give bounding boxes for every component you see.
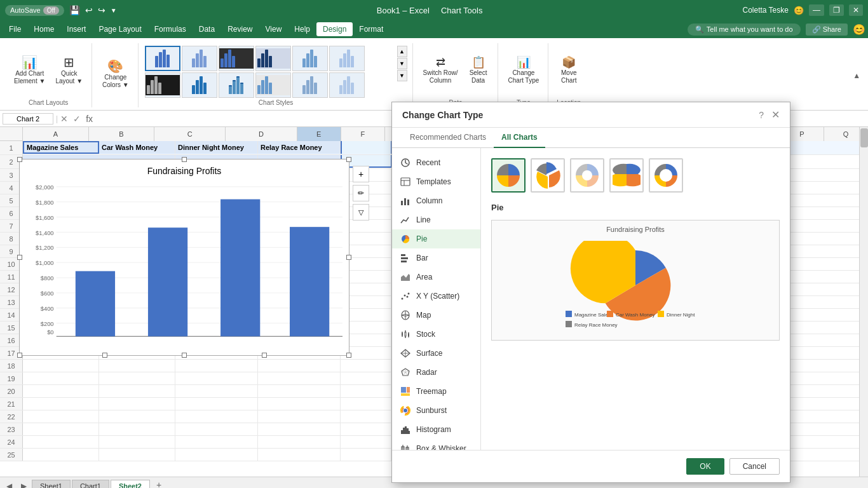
cell-b1[interactable]: Car Wash Money: [99, 141, 175, 154]
col-header-b[interactable]: B: [89, 127, 155, 141]
cell-b25[interactable]: [99, 449, 175, 461]
vertical-scrollbar[interactable]: [859, 127, 868, 477]
confirm-formula-icon[interactable]: ✓: [73, 114, 81, 124]
chart-type-line[interactable]: Line: [392, 210, 480, 229]
menu-design[interactable]: Design: [316, 22, 353, 36]
chart-type-histogram[interactable]: Histogram: [392, 420, 480, 439]
chart-type-treemap[interactable]: Treemap: [392, 382, 480, 401]
cancel-button[interactable]: Cancel: [729, 458, 780, 475]
chart-styles-scroll-more[interactable]: ▼: [397, 70, 407, 81]
chart-type-recent[interactable]: Recent: [392, 153, 480, 172]
chart-handle-bottom-right-mid[interactable]: [262, 353, 267, 358]
chart-type-pie[interactable]: Pie: [392, 229, 480, 248]
autosave-toggle[interactable]: AutoSave Off: [5, 5, 64, 16]
cell-e23[interactable]: [341, 423, 391, 436]
cell-d23[interactable]: [258, 423, 341, 436]
minimize-icon[interactable]: —: [809, 4, 824, 16]
cell-c20[interactable]: [175, 385, 258, 398]
chart-style-10[interactable]: [255, 72, 291, 98]
cell-c19[interactable]: [175, 372, 258, 385]
menu-formulas[interactable]: Formulas: [148, 22, 193, 36]
menu-review[interactable]: Review: [221, 22, 259, 36]
chart-style-12[interactable]: [329, 72, 365, 98]
chart-type-bar[interactable]: Bar: [392, 248, 480, 268]
chart-style-6[interactable]: [329, 46, 365, 71]
col-header-d[interactable]: D: [226, 127, 297, 141]
sheet-tab-sheet1[interactable]: Sheet1: [32, 480, 71, 488]
menu-page-layout[interactable]: Page Layout: [92, 22, 147, 36]
modal-close-icon[interactable]: ✕: [771, 109, 780, 121]
ribbon-collapse-icon[interactable]: ▲: [853, 71, 860, 80]
col-header-c[interactable]: C: [154, 127, 226, 141]
cell-d22[interactable]: [258, 410, 341, 423]
chart-add-element-btn[interactable]: +: [353, 166, 369, 182]
chart-styles-btn[interactable]: ✏: [353, 185, 369, 201]
menu-help[interactable]: Help: [288, 22, 316, 36]
chart-handle-top-right[interactable]: [346, 157, 351, 162]
variant-pie-3[interactable]: [570, 158, 604, 193]
cell-c24[interactable]: [175, 436, 258, 449]
cell-d18[interactable]: [258, 360, 341, 372]
cell-a1[interactable]: Magazine Sales: [23, 141, 99, 154]
menu-format[interactable]: Format: [353, 22, 390, 36]
menu-data[interactable]: Data: [193, 22, 221, 36]
change-chart-type-button[interactable]: 📊 ChangeChart Type: [505, 54, 543, 87]
ok-button[interactable]: OK: [686, 458, 724, 475]
cell-d1[interactable]: Relay Race Money: [258, 141, 341, 154]
col-header-a[interactable]: A: [23, 127, 89, 141]
cell-a22[interactable]: [23, 410, 99, 423]
tab-recommended-charts[interactable]: Recommended Charts: [402, 128, 494, 148]
name-box[interactable]: Chart 2: [3, 113, 53, 125]
chart-type-column[interactable]: Column: [392, 191, 480, 210]
cell-b23[interactable]: [99, 423, 175, 436]
tab-all-charts[interactable]: All Charts: [494, 128, 545, 148]
chart-styles-scroll-up[interactable]: ▲: [397, 46, 407, 57]
variant-pie-1[interactable]: [491, 158, 526, 193]
cell-e22[interactable]: [341, 410, 391, 423]
cell-c25[interactable]: [175, 449, 258, 461]
chart-styles-scroll-down[interactable]: ▼: [397, 58, 407, 69]
cell-b20[interactable]: [99, 385, 175, 398]
cell-d19[interactable]: [258, 372, 341, 385]
chart-filter-btn[interactable]: ▽: [353, 204, 369, 220]
cell-d25[interactable]: [258, 449, 341, 461]
variant-donut[interactable]: [649, 158, 683, 193]
col-header-f[interactable]: F: [341, 127, 385, 141]
chart-type-area[interactable]: Area: [392, 268, 480, 287]
cell-a23[interactable]: [23, 423, 99, 436]
close-icon[interactable]: ✕: [849, 4, 863, 16]
search-box[interactable]: 🔍 Tell me what you want to do: [688, 24, 801, 36]
sheet-nav-left[interactable]: ◀: [3, 480, 16, 488]
chart-style-11[interactable]: [292, 72, 328, 98]
cell-b24[interactable]: [99, 436, 175, 449]
chart-style-1[interactable]: [145, 46, 180, 71]
chart-style-2[interactable]: [182, 46, 217, 71]
chart-style-3[interactable]: [219, 46, 254, 71]
cell-c1[interactable]: Dinner Night Money: [175, 141, 258, 154]
chart-style-4[interactable]: [255, 46, 291, 71]
cell-b22[interactable]: [99, 410, 175, 423]
chart-type-scatter[interactable]: X Y (Scatter): [392, 287, 480, 306]
cell-b21[interactable]: [99, 398, 175, 410]
dropdown-icon[interactable]: ▼: [111, 7, 117, 14]
move-chart-button[interactable]: 📦 MoveChart: [555, 54, 583, 87]
sheet-tab-sheet2[interactable]: Sheet2: [111, 480, 150, 488]
chart-type-radar[interactable]: Radar: [392, 363, 480, 382]
restore-icon[interactable]: ❐: [829, 4, 844, 16]
cell-d21[interactable]: [258, 398, 341, 410]
modal-help-icon[interactable]: ?: [759, 110, 764, 120]
cell-b19[interactable]: [99, 372, 175, 385]
chart-handle-bottom-left-mid[interactable]: [102, 353, 107, 358]
chart-type-sunburst[interactable]: Sunburst: [392, 401, 480, 420]
chart-handle-bottom-left[interactable]: [17, 353, 22, 358]
cell-a24[interactable]: [23, 436, 99, 449]
chart-handle-bottom-right[interactable]: [346, 353, 351, 358]
undo-icon[interactable]: ↩: [85, 5, 93, 15]
chart-handle-top[interactable]: [182, 157, 187, 162]
chart-type-surface[interactable]: Surface: [392, 344, 480, 363]
cell-c21[interactable]: [175, 398, 258, 410]
cell-e25[interactable]: [341, 449, 391, 461]
cell-a20[interactable]: [23, 385, 99, 398]
variant-pie-2[interactable]: [531, 158, 565, 193]
sheet-nav-right[interactable]: ▶: [17, 480, 31, 488]
